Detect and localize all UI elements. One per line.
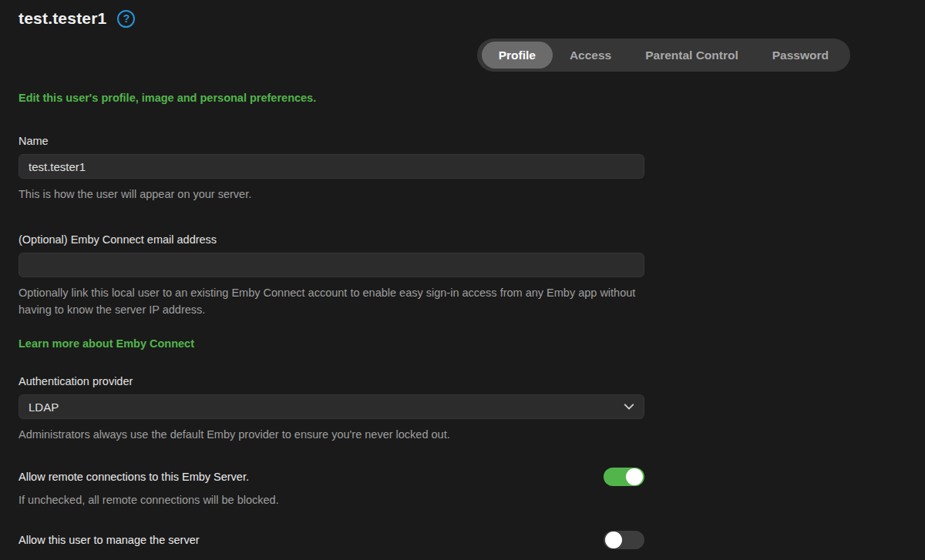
tabs-row: Profile Access Parental Control Password [18, 39, 906, 72]
name-field-group: Name This is how the user will appear on… [18, 135, 644, 203]
email-field-group: (Optional) Emby Connect email address Op… [18, 233, 644, 350]
remote-connections-toggle[interactable] [604, 468, 644, 486]
chevron-down-icon [624, 401, 634, 412]
tab-profile[interactable]: Profile [482, 42, 553, 69]
auth-provider-label: Authentication provider [18, 375, 644, 387]
emby-connect-link[interactable]: Learn more about Emby Connect [18, 337, 194, 350]
toggle-knob [626, 468, 643, 485]
email-help-text: Optionally link this local user to an ex… [18, 284, 644, 318]
remote-connections-help-text: If unchecked, all remote connections wil… [18, 494, 644, 506]
tab-parental-control[interactable]: Parental Control [628, 42, 755, 69]
tab-access[interactable]: Access [553, 42, 628, 69]
page-header: test.tester1 ? [18, 9, 906, 28]
remote-connections-label: Allow remote connections to this Emby Se… [18, 471, 249, 483]
user-edit-page: test.tester1 ? Profile Access Parental C… [0, 0, 925, 560]
remote-connections-group: Allow remote connections to this Emby Se… [18, 468, 644, 506]
tab-password[interactable]: Password [755, 42, 846, 69]
email-input[interactable] [18, 253, 644, 277]
manage-server-label: Allow this user to manage the server [18, 534, 200, 546]
name-input[interactable] [18, 154, 644, 179]
auth-provider-selected-value: LDAP [29, 401, 59, 414]
name-help-text: This is how the user will appear on your… [18, 186, 644, 203]
manage-server-group: Allow this user to manage the server [18, 531, 644, 549]
auth-provider-select[interactable]: LDAP [18, 394, 644, 419]
auth-provider-help-text: Administrators always use the default Em… [18, 426, 644, 443]
remote-connections-row: Allow remote connections to this Emby Se… [18, 468, 644, 486]
intro-text: Edit this user's profile, image and pers… [18, 92, 644, 104]
tab-bar: Profile Access Parental Control Password [477, 39, 850, 72]
help-icon[interactable]: ? [117, 10, 135, 28]
auth-provider-group: Authentication provider LDAP Administrat… [18, 375, 644, 443]
profile-form: Edit this user's profile, image and pers… [18, 92, 644, 549]
toggle-knob [605, 531, 622, 548]
email-label: (Optional) Emby Connect email address [18, 233, 644, 246]
manage-server-row: Allow this user to manage the server [18, 531, 644, 549]
name-label: Name [18, 135, 644, 147]
page-title: test.tester1 [18, 9, 106, 28]
manage-server-toggle[interactable] [604, 531, 644, 549]
